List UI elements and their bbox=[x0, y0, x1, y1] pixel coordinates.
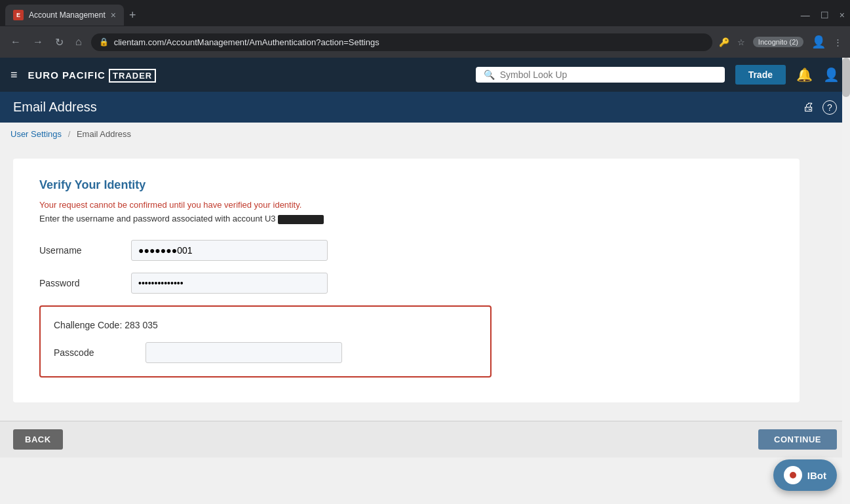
account-id-redacted bbox=[278, 215, 324, 224]
password-input[interactable] bbox=[131, 273, 328, 294]
passcode-input[interactable] bbox=[145, 342, 342, 363]
main-content: Verify Your Identity Your request cannot… bbox=[0, 145, 850, 421]
incognito-badge: Incognito (2) bbox=[753, 37, 803, 47]
app-navbar: ≡ EURO PACIFIC TRADER 🔍 Trade 🔔 👤 bbox=[0, 58, 850, 92]
print-icon[interactable]: 🖨 bbox=[803, 100, 815, 115]
key-icon[interactable]: 🔑 bbox=[719, 37, 729, 47]
address-right-controls: 🔑 ☆ Incognito (2) 👤 ⋮ bbox=[719, 35, 842, 49]
address-bar: ← → ↻ ⌂ 🔒 clientam.com/AccountManagement… bbox=[0, 26, 850, 58]
menu-icon[interactable]: ⋮ bbox=[834, 37, 842, 47]
maximize-button[interactable]: ☐ bbox=[821, 10, 829, 20]
continue-button[interactable]: CONTINUE bbox=[758, 429, 837, 450]
challenge-code-display: Challenge Code: 283 035 bbox=[54, 320, 477, 330]
user-profile-icon[interactable]: 👤 bbox=[823, 67, 840, 83]
search-icon: 🔍 bbox=[484, 69, 495, 80]
trade-button[interactable]: Trade bbox=[735, 65, 786, 85]
password-row: Password bbox=[39, 273, 773, 294]
browser-tab[interactable]: E Account Management × bbox=[5, 5, 124, 26]
minimize-button[interactable]: — bbox=[801, 10, 810, 20]
page-footer: BACK CONTINUE bbox=[0, 421, 850, 457]
page-header-icons: 🖨 ? bbox=[803, 100, 837, 115]
title-bar: E Account Management × + — ☐ × bbox=[0, 0, 850, 26]
navbar-icons: 🔔 👤 bbox=[796, 67, 840, 83]
page-title: Email Address bbox=[13, 100, 97, 115]
breadcrumb-current: Email Address bbox=[77, 129, 131, 139]
username-input[interactable] bbox=[131, 240, 328, 261]
window-controls: — ☐ × bbox=[801, 10, 845, 20]
profile-icon[interactable]: 👤 bbox=[811, 35, 826, 49]
browser-chrome: E Account Management × + — ☐ × ← → ↻ ⌂ 🔒… bbox=[0, 0, 850, 58]
back-button[interactable]: BACK bbox=[13, 429, 63, 450]
page-header: Email Address 🖨 ? bbox=[0, 92, 850, 123]
lock-icon: 🔒 bbox=[99, 37, 109, 47]
challenge-code-value: 283 035 bbox=[125, 320, 158, 330]
close-button[interactable]: × bbox=[840, 10, 845, 20]
verify-description: Enter the username and password associat… bbox=[39, 214, 773, 224]
search-bar[interactable]: 🔍 bbox=[476, 67, 725, 83]
search-input[interactable] bbox=[500, 69, 717, 80]
forward-button[interactable]: → bbox=[30, 33, 46, 50]
passcode-label: Passcode bbox=[54, 347, 145, 358]
brand-box: TRADER bbox=[109, 69, 156, 83]
brand-logo: EURO PACIFIC TRADER bbox=[28, 69, 157, 81]
home-button[interactable]: ⌂ bbox=[73, 33, 85, 50]
challenge-box: Challenge Code: 283 035 Passcode bbox=[39, 305, 492, 378]
tab-close-button[interactable]: × bbox=[111, 10, 116, 20]
passcode-row: Passcode bbox=[54, 342, 477, 363]
password-label: Password bbox=[39, 278, 131, 288]
verify-warning: Your request cannot be confirmed until y… bbox=[39, 200, 773, 210]
scrollbar-thumb[interactable] bbox=[842, 58, 850, 97]
tab-title: Account Management bbox=[29, 10, 106, 20]
breadcrumb-parent[interactable]: User Settings bbox=[10, 129, 62, 139]
bookmark-icon[interactable]: ☆ bbox=[737, 37, 745, 47]
scrollbar-track[interactable] bbox=[842, 58, 850, 457]
content-card: Verify Your Identity Your request cannot… bbox=[13, 159, 800, 402]
username-label: Username bbox=[39, 245, 131, 256]
new-tab-button[interactable]: + bbox=[129, 9, 136, 22]
hamburger-menu-icon[interactable]: ≡ bbox=[10, 68, 18, 82]
notifications-icon[interactable]: 🔔 bbox=[796, 67, 813, 83]
help-icon[interactable]: ? bbox=[822, 100, 837, 115]
reload-button[interactable]: ↻ bbox=[52, 33, 66, 51]
brand-name: EURO PACIFIC bbox=[28, 69, 106, 81]
back-button[interactable]: ← bbox=[8, 33, 24, 50]
url-text: clientam.com/AccountManagement/AmAuthent… bbox=[114, 37, 379, 47]
tab-favicon: E bbox=[13, 10, 24, 20]
address-box[interactable]: 🔒 clientam.com/AccountManagement/AmAuthe… bbox=[91, 33, 712, 51]
breadcrumb: User Settings / Email Address bbox=[0, 123, 850, 145]
username-row: Username bbox=[39, 240, 773, 261]
breadcrumb-separator: / bbox=[68, 129, 71, 139]
verify-title: Verify Your Identity bbox=[39, 178, 773, 192]
